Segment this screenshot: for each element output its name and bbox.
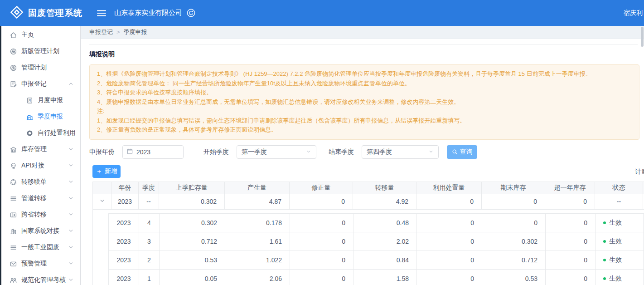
add-button[interactable]: ＋ 新增 [92,165,121,178]
year-input[interactable] [122,145,184,159]
row-value: 0 [290,232,353,251]
sidebar-item-management-plan[interactable]: 管理计划 [0,59,80,76]
status-dot-icon [603,277,606,280]
column-header: 修正量 [290,182,353,194]
summary-value: 0.302 [159,194,225,209]
notice-line: 注: [97,107,632,116]
table-toolbar: ＋ 新增 计量单位 [89,165,644,178]
status-dot-icon [603,221,606,224]
row-value: 0.48 [353,213,417,232]
refresh-icon[interactable] [187,9,195,17]
status-dot-icon [603,240,606,243]
row-value: 0 [290,213,353,232]
quarter-row: 202320.531.02200.8400.7120生效 [109,251,644,269]
search-button[interactable]: 查询 [447,145,477,159]
vertical-scrollbar-thumb[interactable] [641,27,644,47]
sidebar-item-inventory[interactable]: 库存管理 [0,141,80,157]
unit-label: 计量单位 [635,168,644,176]
sidebar-item-pipeline-transfer[interactable]: 管道转移 [0,190,80,206]
national-system-icon [10,227,17,235]
collapse-row-icon[interactable] [99,198,105,204]
column-header: 上季贮存量 [159,182,225,194]
sidebar-item-industrial-waste[interactable]: 一般工业固废 [0,239,80,256]
row-value: 0.712 [482,251,546,269]
row-value: 0.178 [225,213,290,232]
transfer-manifest-icon [10,178,17,186]
status-badge: 生效 [596,251,644,269]
row-year: 2023 [109,213,139,232]
chevron-down-icon [68,146,74,152]
chevron-down-icon [68,277,74,283]
sidebar-item-api[interactable]: API对接 [0,157,80,174]
notice-line: 3、符合申报要求的单位按季度按顺序填报。 [97,88,632,98]
self-disposal-icon [26,129,34,137]
menu-toggle-icon[interactable] [97,10,106,17]
industrial-waste-icon [10,244,17,251]
summary-status: -- [595,194,643,209]
row-value: 0.302 [482,232,546,251]
summary-value: 4.87 [225,194,290,209]
row-value: 1.58 [353,269,417,285]
inventory-icon [10,146,17,153]
summary-year: 2023 [111,194,139,209]
chevron-down-icon [68,244,74,250]
sidebar-item-label: 申报登记 [21,80,47,88]
sidebar-item-new-management-plan[interactable]: 新版管理计划 [0,43,80,59]
expanded-rows-area: 202340.3020.17800.48000生效202330.7121.610… [92,210,644,285]
assessment-icon [10,276,17,284]
user-name[interactable]: 宿庆利 [624,0,643,26]
start-quarter-select[interactable]: 第一季度 [237,145,316,159]
filling-instructions: 1、根据《危险废物管理计划和管理台账制定技术导则》 (HJ 1259—2022)… [89,64,639,140]
sidebar-item-label: 管道转移 [21,194,47,202]
row-quarter: 1 [139,269,160,285]
summary-value: 0 [482,194,545,209]
sidebar-item-self-disposal[interactable]: 自行处置利用 [0,125,80,141]
row-value: 0.53 [160,251,225,269]
sidebar-item-quarterly-declaration[interactable]: 季度申报 [0,108,80,125]
panel-title: 填报说明 [89,50,644,59]
chevron-down-icon [68,162,74,168]
summary-value: 0 [416,194,482,209]
sidebar-item-label: 库存管理 [21,145,47,153]
top-header: 固废管理系统 山东泰东实业有限公司 宿庆利 [0,0,644,26]
main-area: 申报登记 > 季度申报 填报说明 1、根据《危险废物管理计划和管理台账制定技术导… [81,26,644,285]
summary-row: 2023--0.3024.8704.92000-- [93,194,644,209]
sidebar-item-label: 转移联单 [21,178,47,186]
plan-icon [10,64,17,72]
breadcrumb-parent[interactable]: 申报登记 [89,28,113,36]
row-value: 0 [546,251,596,269]
row-value: 0.302 [160,213,225,232]
calendar-icon [126,148,133,156]
sidebar-item-standard-assessment[interactable]: 规范化管理考核 [0,272,80,285]
summary-quarter: -- [139,194,159,209]
filter-bar: 申报年份 开始季度 第一季度 结束季度 第四季度 [89,145,644,159]
sidebar-item-label: 主页 [21,31,34,39]
row-value: 0 [482,213,546,232]
chevron-up-icon [68,81,74,87]
notice-line: 2、修正量有负数的是正常现象，具体可参考库存修正页面说明信息。 [97,125,632,135]
row-value: 1.022 [225,251,290,269]
sidebar-item-label: 季度申报 [38,113,63,121]
alert-icon [10,260,17,268]
sidebar-item-national-system[interactable]: 国家系统对接 [0,223,80,239]
status-dot-icon [603,259,606,261]
notice-line: 2、危险废物简化管理单位： 同一生产经营场所危险废物年产生量10t及以上且未纳入… [97,79,632,88]
end-quarter-label: 结束季度 [329,148,354,156]
row-value: 0 [546,269,596,285]
sidebar-item-cross-province[interactable]: 跨省转移 [0,206,80,223]
sidebar-item-label: 国家系统对接 [21,227,59,235]
sidebar-item-monthly-declaration[interactable]: 月月度申报 [0,92,80,108]
chevron-down-icon [68,260,74,266]
row-value: 0.53 [482,269,546,285]
sidebar-item-home[interactable]: 主页 [0,27,80,43]
sidebar-item-alert-management[interactable]: 预警管理 [0,256,80,272]
sidebar-item-label: 新版管理计划 [21,47,59,55]
quarter-rows-table: 202340.3020.17800.48000生效202330.7121.610… [108,213,644,285]
sidebar-item-transfer-manifest[interactable]: 转移联单 [0,174,80,190]
year-field[interactable] [136,148,177,156]
quarterly-table: 年份季度上季贮存量产生量修正量转移量利用处置量期末库存超一年库存状态 2023-… [92,182,644,285]
end-quarter-select[interactable]: 第四季度 [362,145,439,159]
sidebar-item-declaration[interactable]: 申报登记 [0,76,80,92]
chevron-down-icon [68,211,74,217]
status-badge: 生效 [596,232,644,251]
